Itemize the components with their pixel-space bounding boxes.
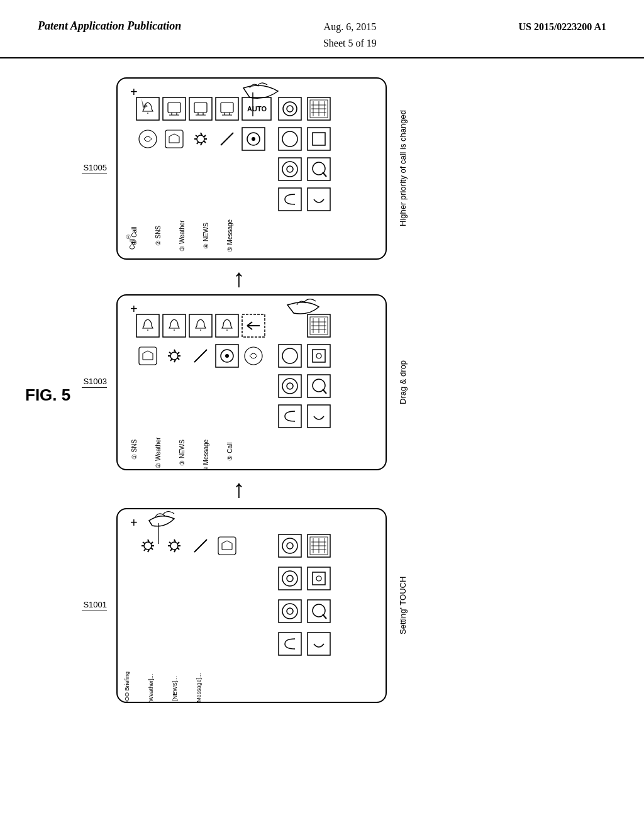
diagram-top: S1005 + xyxy=(82,77,408,260)
phone-bottom: + xyxy=(116,508,387,703)
main-content: FIG. 5 S1005 + xyxy=(0,58,644,830)
svg-point-82 xyxy=(245,347,262,365)
svg-rect-85 xyxy=(308,345,330,367)
svg-text:② Weather: ② Weather xyxy=(155,437,162,468)
svg-rect-76 xyxy=(139,347,157,365)
svg-point-23 xyxy=(287,106,293,112)
svg-point-45 xyxy=(287,166,293,172)
svg-point-109 xyxy=(287,543,293,549)
svg-rect-91 xyxy=(308,375,330,397)
step-label-s1003: S1003 xyxy=(82,377,107,388)
svg-rect-2 xyxy=(136,97,159,120)
svg-point-38 xyxy=(252,137,255,141)
svg-rect-10 xyxy=(194,102,207,113)
svg-rect-5 xyxy=(168,102,180,113)
svg-rect-14 xyxy=(216,97,238,120)
svg-point-84 xyxy=(282,348,297,363)
svg-point-108 xyxy=(282,538,297,553)
sheet-info: Sheet 5 of 19 xyxy=(323,38,377,48)
svg-point-90 xyxy=(287,383,293,389)
svg-text:③ NEWS: ③ NEWS xyxy=(179,440,186,466)
publication-date: Aug. 6, 2015 xyxy=(324,21,377,32)
step-label-s1005: S1005 xyxy=(82,163,107,174)
svg-line-105 xyxy=(194,540,207,552)
svg-rect-46 xyxy=(308,158,330,180)
label-middle: Drag & drop xyxy=(398,297,408,467)
svg-text:+: + xyxy=(130,516,138,529)
svg-text:① SNS: ① SNS xyxy=(131,440,138,460)
svg-rect-106 xyxy=(218,537,236,555)
svg-text:+: + xyxy=(130,85,138,99)
svg-rect-33 xyxy=(165,130,183,148)
svg-point-119 xyxy=(282,571,297,586)
diagram-middle: S1003 + xyxy=(82,294,408,470)
svg-line-78 xyxy=(194,350,207,362)
figure-label: FIG. 5 xyxy=(25,385,70,405)
svg-point-123 xyxy=(316,576,321,581)
svg-rect-86 xyxy=(313,350,325,362)
svg-text:[Message]...: [Message]... xyxy=(196,673,202,704)
svg-text:[Weather]...: [Weather]... xyxy=(148,674,154,703)
svg-point-125 xyxy=(282,604,297,619)
arrow-2: ↑ xyxy=(233,477,245,502)
svg-rect-50 xyxy=(308,188,330,211)
svg-rect-61 xyxy=(163,314,186,337)
svg-point-89 xyxy=(282,379,297,394)
svg-rect-4 xyxy=(163,97,186,120)
svg-text:② SNS: ② SNS xyxy=(155,226,162,246)
svg-line-93 xyxy=(323,389,326,394)
svg-rect-127 xyxy=(308,600,330,622)
svg-rect-130 xyxy=(279,633,301,655)
page-header: Patent Application Publication Aug. 6, 2… xyxy=(0,0,644,58)
svg-text:⑤ Call: ⑤ Call xyxy=(226,443,233,461)
svg-text:④ Message: ④ Message xyxy=(203,440,209,471)
svg-rect-15 xyxy=(221,102,233,113)
publication-title: Patent Application Publication xyxy=(38,19,181,33)
svg-line-48 xyxy=(323,172,326,177)
svg-rect-41 xyxy=(308,128,330,150)
patent-number: US 2015/0223200 A1 xyxy=(518,19,606,35)
svg-text:⑤ Message: ⑤ Message xyxy=(226,219,233,253)
svg-rect-9 xyxy=(189,97,212,120)
svg-point-32 xyxy=(139,130,157,148)
svg-text:③ Weather: ③ Weather xyxy=(179,220,186,252)
svg-rect-131 xyxy=(308,633,330,655)
step-label-s1001: S1001 xyxy=(82,600,107,611)
svg-line-35 xyxy=(221,133,233,145)
svg-point-44 xyxy=(282,162,297,177)
svg-rect-42 xyxy=(313,133,325,145)
svg-text:OOO Briefing: OOO Briefing xyxy=(124,672,130,703)
svg-rect-122 xyxy=(313,572,325,585)
svg-text:① Call: ① Call xyxy=(131,227,138,245)
svg-text:④ NEWS: ④ NEWS xyxy=(203,223,209,249)
header-center: Aug. 6, 2015 Sheet 5 of 19 xyxy=(323,19,377,51)
svg-point-40 xyxy=(282,131,297,147)
svg-text:AUTO: AUTO xyxy=(247,105,267,113)
svg-rect-49 xyxy=(279,188,301,211)
svg-point-126 xyxy=(287,608,293,614)
svg-point-120 xyxy=(287,575,293,582)
phone-middle: + xyxy=(116,294,387,470)
label-top: Higher priority of call is changed xyxy=(398,80,408,257)
svg-point-87 xyxy=(316,353,321,358)
svg-rect-65 xyxy=(216,314,238,337)
svg-rect-94 xyxy=(279,405,301,428)
svg-point-81 xyxy=(225,354,229,358)
svg-rect-59 xyxy=(136,314,159,337)
svg-rect-121 xyxy=(308,567,330,590)
svg-rect-95 xyxy=(308,405,330,428)
phone-top: + xyxy=(116,77,387,260)
diagram-bottom: S1001 + xyxy=(82,508,408,703)
svg-point-22 xyxy=(283,102,297,116)
label-bottom: Setting' TOUCH xyxy=(398,511,408,700)
svg-rect-63 xyxy=(189,314,212,337)
svg-text:+: + xyxy=(130,302,138,316)
svg-text:[NEWS]...: [NEWS]... xyxy=(172,676,178,701)
svg-line-129 xyxy=(323,614,326,619)
arrow-1: ↑ xyxy=(233,266,245,291)
svg-rect-21 xyxy=(279,97,301,120)
